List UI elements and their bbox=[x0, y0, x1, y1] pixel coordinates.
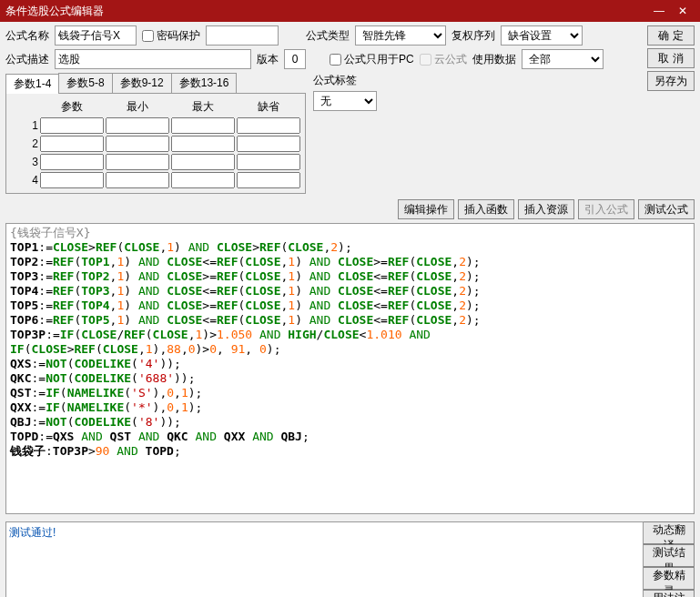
p2-name[interactable] bbox=[40, 136, 104, 152]
p3-max[interactable] bbox=[171, 154, 235, 170]
type-select[interactable]: 智胜先锋 bbox=[355, 25, 446, 46]
p1-def[interactable] bbox=[237, 117, 300, 134]
password-label: 密码保护 bbox=[157, 28, 200, 44]
tag-select[interactable]: 无 bbox=[313, 91, 377, 111]
cloud-label: 云公式 bbox=[434, 52, 467, 67]
usedata-select[interactable]: 全部 bbox=[522, 49, 604, 69]
usedata-label: 使用数据 bbox=[472, 52, 516, 67]
insfun-button[interactable]: 插入函数 bbox=[458, 199, 514, 219]
testres-button[interactable]: 测试结果 bbox=[644, 544, 695, 567]
cloud-checkbox bbox=[420, 54, 431, 66]
code-editor[interactable]: {钱袋子信号X} TOP1:=CLOSE>REF(CLOSE,1) AND CL… bbox=[5, 223, 695, 514]
type-label: 公式类型 bbox=[306, 28, 350, 44]
impf-button: 引入公式 bbox=[578, 199, 634, 219]
p2-max[interactable] bbox=[171, 136, 235, 152]
desc-input[interactable] bbox=[55, 49, 251, 69]
pconly-checkbox[interactable] bbox=[330, 54, 341, 66]
p1-max[interactable] bbox=[171, 117, 235, 134]
param-tabs: 参数1-4 参数5-8 参数9-12 参数13-16 bbox=[5, 73, 306, 94]
param-table: 参数最小最大缺省 1 2 3 4 bbox=[10, 97, 301, 189]
saveas-button[interactable]: 另存为 bbox=[647, 71, 695, 91]
ver-label: 版本 bbox=[257, 52, 279, 67]
close-button[interactable]: ✕ bbox=[671, 5, 695, 17]
insres-button[interactable]: 插入资源 bbox=[518, 199, 574, 219]
p2-def[interactable] bbox=[237, 136, 300, 152]
pconly-label: 公式只用于PC bbox=[344, 52, 414, 67]
desc-label: 公式描述 bbox=[5, 52, 49, 67]
p1-name[interactable] bbox=[40, 117, 104, 134]
p4-name[interactable] bbox=[40, 172, 104, 188]
tab-params-13-16[interactable]: 参数13-16 bbox=[171, 73, 238, 93]
p2-min[interactable] bbox=[106, 136, 169, 152]
usage-button[interactable]: 用法注释 bbox=[644, 590, 695, 597]
ver-input[interactable] bbox=[284, 49, 306, 69]
ok-button[interactable]: 确 定 bbox=[647, 25, 695, 46]
titlebar: 条件选股公式编辑器 — ✕ bbox=[0, 0, 700, 22]
parwiz-button[interactable]: 参数精灵 bbox=[644, 567, 695, 590]
right-select[interactable]: 缺省设置 bbox=[501, 25, 583, 46]
p4-def[interactable] bbox=[237, 172, 300, 188]
right-label: 复权序列 bbox=[451, 28, 495, 44]
tab-params-9-12[interactable]: 参数9-12 bbox=[112, 73, 172, 93]
tab-params-5-8[interactable]: 参数5-8 bbox=[58, 73, 112, 93]
password-input[interactable] bbox=[206, 25, 279, 46]
name-input[interactable] bbox=[55, 25, 137, 46]
window-title: 条件选股公式编辑器 bbox=[5, 4, 647, 19]
test-output: 测试通过! bbox=[5, 521, 644, 597]
tab-params-1-4[interactable]: 参数1-4 bbox=[5, 74, 59, 94]
name-label: 公式名称 bbox=[5, 28, 49, 44]
p4-max[interactable] bbox=[171, 172, 235, 188]
tag-label: 公式标签 bbox=[313, 74, 357, 86]
editop-button[interactable]: 编辑操作 bbox=[398, 199, 454, 219]
password-checkbox[interactable] bbox=[142, 30, 154, 42]
dyntr-button[interactable]: 动态翻译 bbox=[644, 521, 695, 544]
cancel-button[interactable]: 取 消 bbox=[647, 48, 695, 68]
p4-min[interactable] bbox=[106, 172, 169, 188]
p3-name[interactable] bbox=[40, 154, 104, 170]
p3-def[interactable] bbox=[237, 154, 300, 170]
p3-min[interactable] bbox=[106, 154, 169, 170]
testf-button[interactable]: 测试公式 bbox=[638, 199, 695, 219]
p1-min[interactable] bbox=[106, 117, 169, 134]
minimize-button[interactable]: — bbox=[647, 5, 671, 17]
